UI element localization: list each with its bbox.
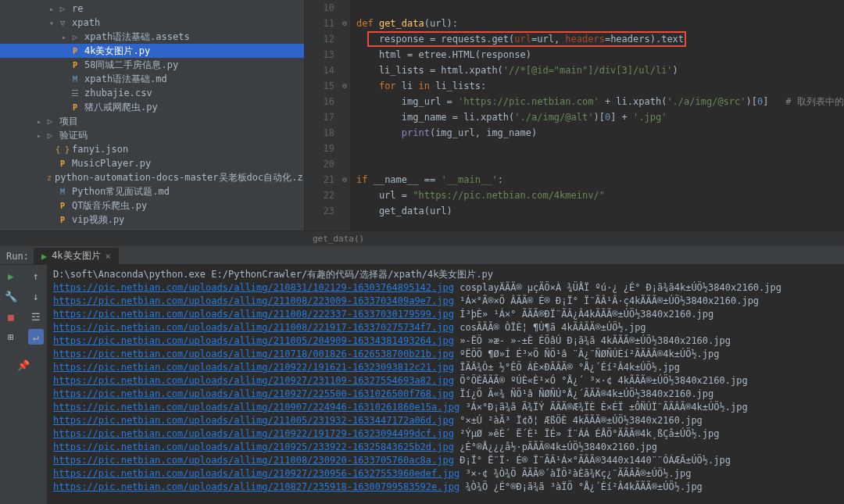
soft-wrap-icon[interactable]: ↵ (28, 329, 44, 345)
tree-item-label: Python常见面试题.md (72, 185, 170, 198)
stop-icon[interactable]: ■ (3, 309, 19, 324)
tree-item[interactable]: ▾▽xpath (0, 16, 304, 30)
file-type-icon: M (56, 186, 69, 197)
tree-item[interactable]: P猪八戒网爬虫.py (0, 100, 304, 114)
output-link[interactable]: https://pic.netbian.com/uploads/allimg/2… (53, 362, 454, 373)
code-line[interactable]: url = "https://pic.netbian.com/4kmeinv/" (356, 188, 844, 203)
output-line: https://pic.netbian.com/uploads/allimg/2… (53, 374, 838, 388)
project-sidebar[interactable]: ▸▷re▾▽xpath▸▷xpath语法基础.assetsP4k美女图片.pyP… (0, 0, 305, 231)
output-line: https://pic.netbian.com/uploads/allimg/2… (53, 414, 838, 427)
tree-item[interactable]: { }fanyi.json (0, 142, 304, 156)
output-link[interactable]: https://pic.netbian.com/uploads/allimg/2… (53, 428, 454, 439)
file-type-icon: M (69, 73, 81, 84)
tree-item[interactable]: MPython常见面试题.md (0, 184, 304, 198)
code-editor[interactable]: 1011121314151617181920212223 ⊖⊖⊖ def get… (305, 0, 844, 231)
run-tab[interactable]: ▶ 4k美女图片 × (34, 248, 119, 264)
code-line[interactable]: print(img_url, img_name) (356, 125, 844, 141)
code-line[interactable]: if __name__ == '__main__': (356, 172, 844, 188)
output-line: https://pic.netbian.com/uploads/allimg/2… (53, 388, 838, 401)
code-line[interactable]: img_url = 'https://pic.netbian.com' + li… (356, 94, 844, 109)
tree-item-label: 58同城二手房信息.py (84, 59, 178, 72)
output-link[interactable]: https://pic.netbian.com/uploads/allimg/2… (53, 322, 454, 333)
tree-item-label: 4k美女图片.py (84, 45, 150, 58)
output-line: https://pic.netbian.com/uploads/allimg/2… (53, 481, 838, 494)
tree-item[interactable]: P58同城二手房信息.py (0, 58, 304, 72)
file-type-icon: ▷ (44, 116, 56, 127)
output-line: https://pic.netbian.com/uploads/allimg/2… (53, 295, 838, 308)
tree-item[interactable]: P4k美女图片.py (0, 44, 304, 58)
tree-item-label: xpath (72, 17, 100, 28)
output-link[interactable]: https://pic.netbian.com/uploads/allimg/2… (53, 388, 454, 399)
scroll-up-icon[interactable]: ↑ (28, 268, 44, 284)
code-line[interactable]: img_name = li.xpath('./a/img/@alt')[0] +… (356, 109, 844, 125)
run-toolbar[interactable]: ▶ ↑ 🔧 ↓ ■ ☲ ⊞ ↵ 📌 (0, 265, 47, 504)
tree-item[interactable]: ▸▷项目 (0, 114, 304, 128)
tree-item[interactable]: ▸▷验证码 (0, 128, 304, 142)
run-label: Run: (6, 251, 29, 262)
code-line[interactable]: li_lists = html.xpath('//*[@id="main"]/d… (356, 63, 844, 78)
output-line: https://pic.netbian.com/uploads/allimg/2… (53, 321, 838, 334)
output-link[interactable]: https://pic.netbian.com/uploads/allimg/2… (53, 335, 454, 346)
tree-item-label: fanyi.json (72, 144, 128, 155)
file-type-icon: { } (56, 144, 69, 155)
layout-icon[interactable]: ⊞ (3, 329, 19, 345)
line-gutter: 1011121314151617181920212223 (305, 0, 339, 231)
code-line[interactable] (356, 0, 844, 16)
code-area[interactable]: def get_data(url): response = requests.g… (350, 0, 844, 231)
tree-item-label: 猪八戒网爬虫.py (84, 101, 158, 114)
file-type-icon: P (69, 102, 81, 113)
scroll-down-icon[interactable]: ↓ (28, 288, 44, 304)
code-line[interactable] (356, 141, 844, 156)
export-icon[interactable]: ☲ (28, 309, 44, 324)
tree-item[interactable]: ▸▷xpath语法基础.assets (0, 30, 304, 44)
chevron-icon[interactable]: ▸ (47, 5, 56, 13)
code-line[interactable]: html = etree.HTML(response) (356, 47, 844, 63)
output-link[interactable]: https://pic.netbian.com/uploads/allimg/2… (53, 468, 460, 479)
output-link[interactable]: https://pic.netbian.com/uploads/allimg/2… (53, 481, 460, 492)
close-icon[interactable]: × (106, 251, 111, 262)
output-link[interactable]: https://pic.netbian.com/uploads/allimg/2… (53, 349, 454, 359)
tree-item-label: zhubajie.csv (84, 88, 152, 98)
chevron-icon[interactable]: ▾ (47, 19, 56, 27)
tree-item-label: vip视频.py (72, 213, 124, 227)
output-link[interactable]: https://pic.netbian.com/uploads/allimg/2… (53, 441, 454, 452)
output-link[interactable]: https://pic.netbian.com/uploads/allimg/2… (53, 415, 454, 426)
code-line[interactable]: get_data(url) (356, 203, 844, 219)
tree-item[interactable]: Pvip视频.py (0, 213, 304, 227)
output-link[interactable]: https://pic.netbian.com/uploads/allimg/2… (53, 455, 454, 466)
chevron-icon[interactable]: ▸ (34, 131, 44, 140)
tree-item[interactable]: ▸▷re (0, 2, 304, 16)
output-line: https://pic.netbian.com/uploads/allimg/2… (53, 348, 838, 361)
fold-gutter[interactable]: ⊖⊖⊖ (339, 0, 350, 231)
file-type-icon: ☰ (69, 88, 81, 98)
run-tool-header[interactable]: Run: ▶ 4k美女图片 × (0, 248, 844, 265)
output-line: https://pic.netbian.com/uploads/allimg/2… (53, 308, 838, 321)
tree-item[interactable]: zpython-automation-docs-master吴老板doc自动化.… (0, 170, 304, 184)
output-link[interactable]: https://pic.netbian.com/uploads/allimg/2… (53, 295, 454, 306)
file-type-icon: P (69, 59, 81, 70)
chevron-icon[interactable]: ▸ (34, 117, 44, 126)
code-line[interactable]: def get_data(url): (356, 16, 844, 31)
file-type-icon: P (69, 45, 81, 56)
pin-icon[interactable]: 📌 (16, 357, 31, 373)
file-type-icon: z (47, 172, 52, 183)
code-line[interactable] (356, 156, 844, 172)
output-link[interactable]: https://pic.netbian.com/uploads/allimg/2… (53, 309, 454, 320)
rerun-icon[interactable]: ▶ (3, 268, 19, 284)
editor-breadcrumb[interactable]: get_data() (0, 231, 844, 246)
chevron-icon[interactable]: ▸ (59, 33, 69, 41)
tree-item-label: re (72, 3, 83, 14)
output-link[interactable]: https://pic.netbian.com/uploads/allimg/2… (53, 282, 454, 293)
output-link[interactable]: https://pic.netbian.com/uploads/allimg/2… (53, 402, 460, 413)
code-line[interactable]: for li in li_lists: (356, 78, 844, 94)
output-link[interactable]: https://pic.netbian.com/uploads/allimg/2… (53, 375, 454, 386)
file-type-icon: ▷ (69, 31, 81, 42)
wrench-icon[interactable]: 🔧 (3, 288, 19, 304)
tree-item[interactable]: PQT版音乐爬虫.py (0, 198, 304, 213)
run-output[interactable]: D:\soft\Anaconda\python.exe E:/PythonCra… (47, 265, 844, 504)
code-line[interactable]: response = requests.get(url=url, headers… (356, 31, 844, 47)
tree-item[interactable]: ☰zhubajie.csv (0, 86, 304, 100)
file-type-icon: P (56, 200, 69, 211)
tree-item[interactable]: PMusicPlayer.py (0, 156, 304, 170)
tree-item[interactable]: Mxpath语法基础.md (0, 72, 304, 86)
